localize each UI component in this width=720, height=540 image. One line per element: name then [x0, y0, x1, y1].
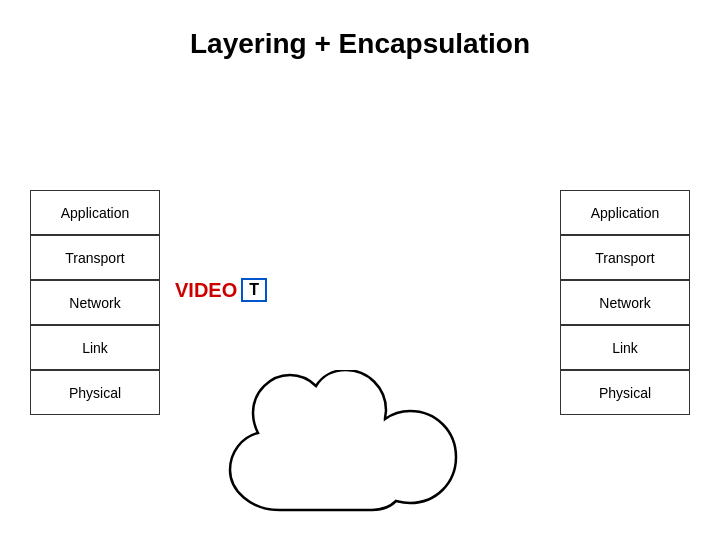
right-physical: Physical — [560, 370, 690, 415]
cloud-graphic — [200, 370, 520, 540]
left-application: Application — [30, 190, 160, 235]
transport-inline-box: T — [241, 278, 267, 302]
right-stack: Application Transport Network Link Physi… — [560, 190, 690, 415]
left-transport: Transport — [30, 235, 160, 280]
video-text: VIDEO — [175, 279, 237, 302]
right-application: Application — [560, 190, 690, 235]
left-link: Link — [30, 325, 160, 370]
right-transport: Transport — [560, 235, 690, 280]
content-area: Application Transport Network Link Physi… — [0, 60, 720, 540]
left-stack: Application Transport Network Link Physi… — [30, 190, 160, 415]
video-transport-label: VIDEO T — [175, 278, 267, 302]
left-network: Network — [30, 280, 160, 325]
right-link: Link — [560, 325, 690, 370]
page-title: Layering + Encapsulation — [0, 0, 720, 60]
right-network: Network — [560, 280, 690, 325]
left-physical: Physical — [30, 370, 160, 415]
